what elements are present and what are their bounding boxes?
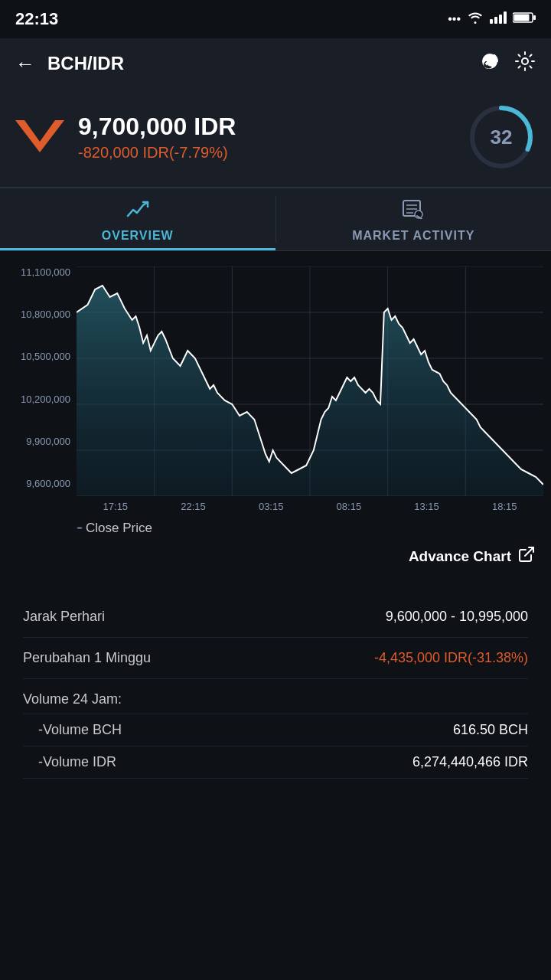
svg-rect-3 [504, 11, 507, 24]
volume-idr-value: 6,274,440,466 IDR [412, 754, 528, 770]
volume-idr-label: -Volume IDR [38, 754, 116, 770]
x-axis: 17:15 22:15 03:15 08:15 13:15 18:15 [77, 496, 543, 512]
svg-point-7 [522, 58, 528, 64]
svg-rect-6 [533, 15, 536, 20]
battery-icon [513, 11, 536, 27]
y-label-2: 10,800,000 [8, 309, 77, 320]
advance-chart-label: Advance Chart [409, 548, 511, 565]
x-label-2: 22:15 [155, 501, 233, 512]
x-label-4: 08:15 [310, 501, 388, 512]
tabs: OVERVIEW MARKET ACTIVITY [0, 188, 551, 251]
stat-value-jarak: 9,600,000 - 10,995,000 [386, 609, 528, 625]
gauge-number: 32 [491, 126, 513, 149]
stat-row-jarak: Jarak Perhari 9,600,000 - 10,995,000 [23, 596, 528, 638]
volume-bch-row: -Volume BCH 616.50 BCH [23, 714, 528, 746]
overview-icon [126, 199, 149, 224]
volume-idr-row: -Volume IDR 6,274,440,466 IDR [23, 746, 528, 779]
chart-legend: -- Close Price [8, 512, 543, 539]
status-bar: 22:13 ••• [0, 0, 551, 38]
volume-bch-label: -Volume BCH [38, 722, 122, 738]
x-label-6: 18:15 [465, 501, 543, 512]
stat-value-perubahan: -4,435,000 IDR(-31.38%) [374, 650, 528, 666]
dots-icon: ••• [448, 12, 461, 26]
y-label-5: 9,900,000 [8, 436, 77, 447]
chart-area: 11,100,000 10,800,000 10,500,000 10,200,… [0, 251, 551, 581]
svg-rect-2 [499, 15, 502, 24]
volume-24-label: Volume 24 Jam: [23, 691, 122, 707]
tab-market-activity-label: MARKET ACTIVITY [352, 229, 474, 243]
wifi-icon [467, 11, 484, 27]
refresh-button[interactable] [479, 51, 500, 77]
volume-bch-value: 616.50 BCH [453, 722, 528, 738]
price-change: -820,000 IDR(-7.79%) [78, 144, 236, 162]
x-label-1: 17:15 [77, 501, 155, 512]
status-icons: ••• [448, 11, 536, 27]
signal-icon [490, 11, 507, 27]
tab-market-activity[interactable]: MARKET ACTIVITY [276, 188, 552, 250]
chart-svg-container [77, 266, 543, 496]
price-header: 9,700,000 IDR -820,000 IDR(-7.79%) 32 [0, 89, 551, 188]
y-label-1: 11,100,000 [8, 266, 77, 278]
bch-logo [15, 113, 64, 162]
stat-label-jarak: Jarak Perhari [23, 609, 105, 625]
settings-button[interactable] [514, 51, 536, 77]
price-left: 9,700,000 IDR -820,000 IDR(-7.79%) [15, 113, 236, 162]
back-button[interactable]: ← [15, 52, 35, 76]
tab-overview[interactable]: OVERVIEW [0, 188, 276, 250]
svg-rect-5 [514, 15, 530, 21]
legend-dash-icon: -- [77, 520, 80, 536]
tab-overview-label: OVERVIEW [102, 229, 174, 243]
stat-row-perubahan: Perubahan 1 Minggu -4,435,000 IDR(-31.38… [23, 638, 528, 679]
advance-chart-button[interactable]: Advance Chart [8, 539, 543, 573]
svg-line-28 [525, 547, 533, 556]
y-label-6: 9,600,000 [8, 478, 77, 489]
status-time: 22:13 [15, 9, 58, 29]
nav-left: ← BCH/IDR [15, 52, 124, 76]
x-label-3: 03:15 [232, 501, 310, 512]
chart-wrapper: 11,100,000 10,800,000 10,500,000 10,200,… [8, 266, 543, 512]
top-nav: ← BCH/IDR [0, 38, 551, 89]
price-main: 9,700,000 IDR [78, 113, 236, 141]
stats-section: Jarak Perhari 9,600,000 - 10,995,000 Per… [0, 581, 551, 794]
gauge-container: 32 [467, 103, 536, 172]
x-label-5: 13:15 [388, 501, 466, 512]
svg-marker-8 [15, 120, 64, 152]
stat-label-perubahan: Perubahan 1 Minggu [23, 650, 151, 666]
nav-right [479, 51, 536, 77]
market-activity-icon [402, 199, 425, 224]
price-info: 9,700,000 IDR -820,000 IDR(-7.79%) [78, 113, 236, 162]
volume-header: Volume 24 Jam: [23, 679, 528, 714]
svg-rect-1 [494, 17, 497, 24]
advance-chart-icon [517, 545, 536, 567]
svg-rect-0 [490, 19, 493, 24]
legend-text: Close Price [86, 521, 152, 536]
y-label-4: 10,200,000 [8, 394, 77, 405]
y-label-3: 10,500,000 [8, 351, 77, 362]
y-axis: 11,100,000 10,800,000 10,500,000 10,200,… [8, 266, 77, 489]
nav-title: BCH/IDR [47, 53, 124, 74]
